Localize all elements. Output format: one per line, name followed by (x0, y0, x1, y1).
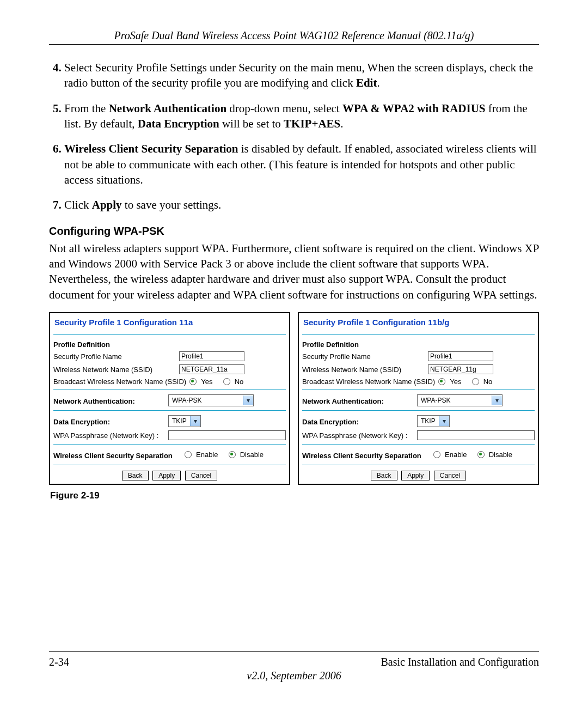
ssid-input[interactable] (179, 364, 244, 374)
separation-disable-radio[interactable] (229, 451, 236, 458)
separation-enable-radio[interactable] (185, 451, 192, 458)
broadcast-yes-radio[interactable] (438, 378, 445, 385)
running-title: ProSafe Dual Band Wireless Access Point … (49, 29, 539, 42)
profile-name-input[interactable] (179, 351, 244, 361)
chevron-down-icon: ▾ (439, 416, 449, 426)
ssid-label: Wireless Network Name (SSID) (302, 366, 425, 374)
network-auth-label: Network Authentication: (302, 394, 414, 406)
network-auth-select[interactable]: WPA-PSK ▾ (168, 394, 254, 406)
step-5: From the Network Authentication drop-dow… (64, 101, 539, 132)
back-button[interactable]: Back (371, 471, 397, 480)
chevron-down-icon: ▾ (243, 395, 253, 405)
cancel-button[interactable]: Cancel (434, 471, 466, 480)
intro-paragraph: Not all wireless adapters support WPA. F… (49, 241, 539, 302)
back-button[interactable]: Back (122, 471, 149, 480)
rule-top (49, 44, 539, 45)
cancel-button[interactable]: Cancel (185, 471, 217, 480)
rule-bottom (49, 651, 539, 652)
step-6: Wireless Client Security Separation is d… (64, 141, 539, 187)
apply-button[interactable]: Apply (152, 471, 181, 480)
panel-title: Security Profile 1 Configuration 11a (53, 315, 286, 332)
passphrase-label: WPA Passphrase (Network Key) : (302, 431, 414, 440)
profile-definition-label: Profile Definition (53, 337, 286, 350)
data-encryption-select[interactable]: TKIP ▾ (168, 415, 201, 427)
broadcast-no-radio[interactable] (472, 378, 479, 385)
ssid-input[interactable] (428, 364, 493, 374)
doc-version: v2.0, September 2006 (49, 670, 539, 682)
profile-name-input[interactable] (428, 351, 493, 361)
page-number: 2-34 (49, 656, 69, 668)
figure-row: Security Profile 1 Configuration 11a Pro… (49, 312, 539, 485)
config-panel-11a: Security Profile 1 Configuration 11a Pro… (49, 312, 290, 485)
config-panel-11bg: Security Profile 1 Configuration 11b/g P… (298, 312, 539, 485)
data-encryption-label: Data Encryption: (53, 415, 165, 427)
profile-name-label: Security Profile Name (302, 352, 425, 361)
passphrase-input[interactable] (417, 430, 535, 440)
network-auth-label: Network Authentication: (53, 394, 165, 406)
step-list: Select Security Profile Settings under S… (49, 60, 539, 213)
profile-name-label: Security Profile Name (53, 352, 176, 361)
passphrase-input[interactable] (168, 430, 286, 440)
chevron-down-icon: ▾ (190, 416, 200, 426)
subheading: Configuring WPA-PSK (49, 225, 539, 238)
client-separation-label: Wireless Client Security Separation (53, 448, 181, 461)
broadcast-ssid-label: Broadcast Wireless Network Name (SSID) (302, 378, 435, 386)
separation-disable-radio[interactable] (477, 451, 485, 458)
broadcast-ssid-label: Broadcast Wireless Network Name (SSID) (53, 378, 186, 386)
step-7: Click Apply to save your settings. (64, 197, 539, 212)
data-encryption-label: Data Encryption: (302, 415, 414, 427)
passphrase-label: WPA Passphrase (Network Key) : (53, 431, 165, 440)
broadcast-yes-radio[interactable] (189, 378, 197, 385)
ssid-label: Wireless Network Name (SSID) (53, 366, 176, 374)
page-footer: 2-34 Basic Installation and Configuratio… (49, 651, 539, 682)
chevron-down-icon: ▾ (492, 395, 502, 405)
chapter-title: Basic Installation and Configuration (381, 656, 540, 668)
network-auth-select[interactable]: WPA-PSK ▾ (417, 394, 503, 406)
broadcast-no-radio[interactable] (223, 378, 230, 385)
data-encryption-select[interactable]: TKIP ▾ (417, 415, 450, 427)
figure-caption: Figure 2-19 (50, 490, 539, 501)
apply-button[interactable]: Apply (401, 471, 430, 480)
separation-enable-radio[interactable] (433, 451, 440, 458)
panel-title: Security Profile 1 Configuration 11b/g (302, 315, 535, 332)
profile-definition-label: Profile Definition (302, 337, 535, 350)
step-4: Select Security Profile Settings under S… (64, 60, 539, 91)
client-separation-label: Wireless Client Security Separation (302, 448, 430, 461)
